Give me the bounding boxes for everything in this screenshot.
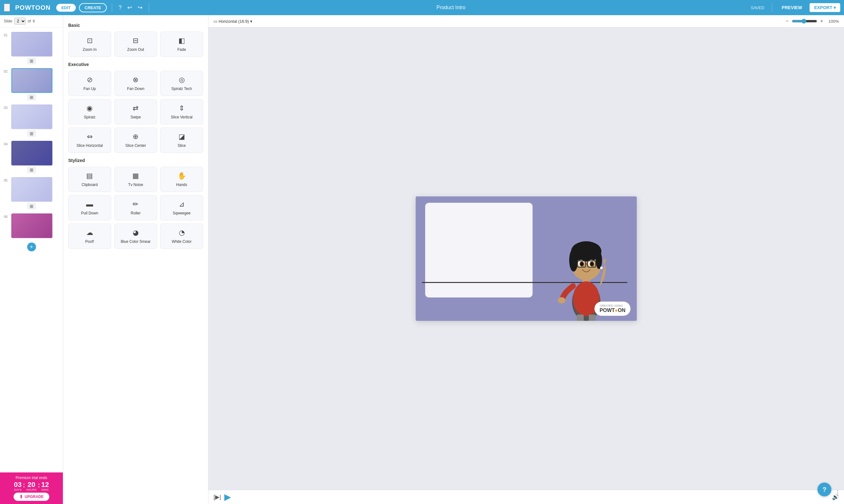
transition-sqweegee[interactable]: ⊿Sqweegee — [160, 195, 203, 220]
slide-thumb-4-inner — [12, 142, 52, 165]
timer-sep-1: : — [23, 482, 25, 489]
canvas-bottom-bar: [▶| ▶ 🔊 — [209, 490, 844, 504]
slide-item-4[interactable]: 04 ⊞ — [0, 139, 63, 175]
slide-num-1: 01 — [4, 33, 10, 37]
transition-poof![interactable]: ☁Poof! — [68, 223, 111, 249]
slide-white-card — [425, 203, 533, 298]
slide-thumb-4[interactable] — [11, 141, 52, 165]
transition-slice-vertical[interactable]: ⇕Slice Vertical — [160, 99, 203, 124]
transitions-grid-basic: ⊡Zoom In⊟Zoom Out◧Fade — [68, 32, 203, 57]
transition-fan-up[interactable]: ⊘Fan Up — [68, 71, 111, 96]
transition-hands[interactable]: ✋Hands — [160, 167, 203, 192]
slice-label: Slice — [178, 143, 186, 148]
transition-swipe[interactable]: ⇄Swipe — [114, 99, 157, 124]
slide-item-2[interactable]: 02 ⊞ — [0, 66, 63, 103]
transition-fade[interactable]: ◧Fade — [160, 32, 203, 57]
slide-item-6[interactable]: 06 — [0, 212, 63, 240]
export-label: EXPORT — [814, 5, 832, 10]
edit-button[interactable]: EDIT — [56, 4, 76, 12]
upgrade-button[interactable]: ⬆ UPGRADE — [14, 493, 49, 501]
slide-5-transition-icon[interactable]: ⊞ — [27, 203, 36, 210]
main-area: Slide 2 of 6 01 ⊞ — [0, 15, 844, 504]
slide-1-transition-icon[interactable]: ⊞ — [27, 57, 36, 65]
timer-sep-2: : — [38, 482, 40, 489]
transition-roller[interactable]: ✏Roller — [114, 195, 157, 220]
transition-spiralz-tech[interactable]: ◎Spiralz Tech — [160, 71, 203, 96]
divider-2 — [149, 3, 149, 12]
redo-button[interactable]: ↪ — [137, 3, 144, 12]
hamburger-button[interactable]: ☰ — [4, 3, 10, 12]
slide-thumb-6-inner — [12, 214, 52, 237]
canvas-toolbar-right: − + 100% — [784, 18, 839, 25]
transition-white-color[interactable]: ◔White Color — [160, 223, 203, 249]
timer-mins: 12 MINS — [41, 481, 49, 491]
slide-3-transition-icon[interactable]: ⊞ — [27, 130, 36, 137]
svg-point-17 — [558, 297, 565, 304]
upgrade-label: UPGRADE — [25, 494, 43, 499]
topbar: ☰ POWTOON EDIT CREATE ? ↩ ↪ Product Intr… — [0, 0, 844, 15]
create-button[interactable]: CREATE — [79, 3, 107, 12]
slide-2-transition-icon[interactable]: ⊞ — [27, 94, 36, 101]
timer-mins-value: 12 — [41, 481, 49, 488]
slide-thumb-1[interactable] — [11, 32, 52, 56]
more-options-button[interactable]: ⋮ — [834, 489, 841, 497]
slide-thumb-2-inner — [12, 69, 52, 92]
slide-item-3[interactable]: 03 ⊞ — [0, 103, 63, 139]
canvas-slide[interactable]: CREATED USING POWT●ON — [416, 196, 637, 321]
aspect-ratio-button[interactable]: ▭ Horizontal (16:9) ▾ — [214, 19, 252, 24]
hands-icon: ✋ — [178, 172, 186, 180]
slide-thumb-6[interactable] — [11, 214, 52, 238]
created-using-text: CREATED USING — [599, 304, 625, 308]
transition-fan-down[interactable]: ⊗Fan Down — [114, 71, 157, 96]
zoom-in-button[interactable]: + — [819, 18, 824, 25]
timer-hours-value: 20 — [26, 481, 37, 488]
slide-thumb-2[interactable] — [11, 68, 52, 93]
slice-horizontal-icon: ⇔ — [87, 133, 92, 141]
slide-4-transition-icon[interactable]: ⊞ — [27, 166, 36, 173]
export-button[interactable]: EXPORT ▾ — [810, 3, 840, 12]
undo-button[interactable]: ↩ — [126, 3, 133, 12]
slide-num-3: 03 — [4, 106, 10, 110]
blue-color-smear-label: Blue Color Smear — [121, 239, 151, 244]
clipboard-label: Clipboard — [82, 182, 97, 187]
slice-horizontal-label: Slice Horizontal — [76, 143, 103, 148]
zoom-slider[interactable] — [792, 19, 817, 24]
slides-panel: Slide 2 of 6 01 ⊞ — [0, 15, 63, 504]
upgrade-icon: ⬆ — [19, 494, 23, 499]
help-circle-button[interactable]: ? — [117, 3, 123, 12]
transition-slice[interactable]: ◪Slice — [160, 128, 203, 153]
presentation-title: Product Intro — [154, 5, 747, 11]
spiralz-tech-icon: ◎ — [179, 76, 185, 84]
slide-item-5[interactable]: 05 ⊞ — [0, 175, 63, 212]
export-chevron-icon: ▾ — [833, 5, 836, 10]
transition-pull-down[interactable]: ▬Pull Down — [68, 195, 111, 220]
preview-button[interactable]: PREVIEW — [777, 3, 807, 12]
slide-number-select[interactable]: 2 — [14, 18, 26, 25]
transition-blue-color-smear[interactable]: ◕Blue Color Smear — [114, 223, 157, 249]
blue-color-smear-icon: ◕ — [133, 229, 139, 237]
transition-spiralz[interactable]: ◉Spiralz — [68, 99, 111, 124]
canvas-wrapper: CREATED USING POWT●ON — [209, 28, 844, 490]
transition-clipboard[interactable]: ▤Clipboard — [68, 167, 111, 192]
watermark-text-block: CREATED USING POWT●ON — [599, 304, 625, 313]
slide-thumb-5[interactable] — [11, 177, 52, 202]
transition-zoom-in[interactable]: ⊡Zoom In — [68, 32, 111, 57]
transition-slice-horizontal[interactable]: ⇔Slice Horizontal — [68, 128, 111, 153]
canvas-toolbar: ▭ Horizontal (16:9) ▾ − + 100% — [209, 15, 844, 28]
help-button[interactable]: ? — [818, 483, 831, 497]
zoom-out-label: Zoom Out — [127, 47, 144, 52]
zoom-out-button[interactable]: − — [784, 18, 790, 25]
svg-point-12 — [591, 263, 593, 266]
spiralz-icon: ◉ — [87, 104, 92, 112]
svg-rect-18 — [577, 314, 584, 321]
transition-zoom-out[interactable]: ⊟Zoom Out — [114, 32, 157, 57]
slice-icon: ◪ — [178, 133, 185, 141]
add-slide-button[interactable]: + — [27, 242, 36, 251]
slide-thumb-3[interactable] — [11, 105, 52, 129]
play-button[interactable]: ▶ — [224, 493, 231, 502]
slice-center-label: Slice Center — [125, 143, 146, 148]
premium-trial-banner: Premium trial ends 03 DAYS : 20 HOURS : … — [0, 472, 63, 504]
slide-item-1[interactable]: 01 ⊞ — [0, 30, 63, 66]
transition-tv-noise[interactable]: ▦Tv Noise — [114, 167, 157, 192]
transition-slice-center[interactable]: ⊕Slice Center — [114, 128, 157, 153]
